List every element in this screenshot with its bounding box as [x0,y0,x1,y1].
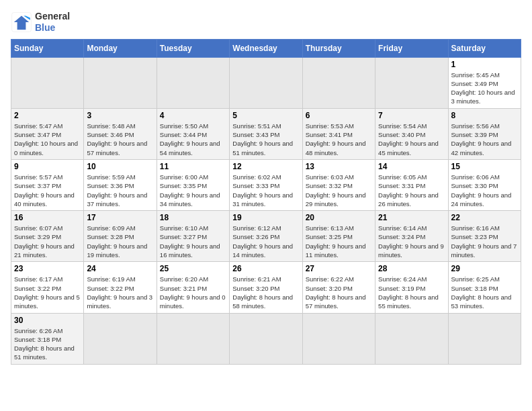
calendar-cell: 3Sunrise: 5:48 AM Sunset: 3:46 PM Daylig… [84,108,157,159]
day-info: Sunrise: 5:56 AM Sunset: 3:39 PM Dayligh… [451,122,518,157]
day-info: Sunrise: 6:12 AM Sunset: 3:26 PM Dayligh… [232,224,299,259]
day-info: Sunrise: 6:17 AM Sunset: 3:22 PM Dayligh… [14,275,81,310]
calendar-cell: 24Sunrise: 6:19 AM Sunset: 3:22 PM Dayli… [84,262,157,313]
day-info: Sunrise: 6:26 AM Sunset: 3:18 PM Dayligh… [14,326,81,362]
day-number: 23 [14,264,81,273]
calendar-cell: 21Sunrise: 6:14 AM Sunset: 3:24 PM Dayli… [375,211,448,262]
calendar-cell: 5Sunrise: 5:51 AM Sunset: 3:43 PM Daylig… [230,108,302,159]
day-info: Sunrise: 5:45 AM Sunset: 3:49 PM Dayligh… [451,71,518,106]
day-number: 9 [14,162,81,171]
calendar-cell [448,313,521,364]
day-info: Sunrise: 5:47 AM Sunset: 3:47 PM Dayligh… [14,122,81,157]
day-info: Sunrise: 5:51 AM Sunset: 3:43 PM Dayligh… [232,122,299,157]
day-number: 27 [306,264,372,273]
calendar-week-row: 2Sunrise: 5:47 AM Sunset: 3:47 PM Daylig… [11,108,521,159]
calendar-cell [157,313,229,364]
day-number: 29 [451,264,518,273]
calendar-cell [302,313,375,364]
weekday-header-sunday: Sunday [11,39,84,57]
logo-text: General Blue [35,11,70,34]
day-number: 1 [451,60,518,69]
day-info: Sunrise: 6:19 AM Sunset: 3:22 PM Dayligh… [87,275,153,310]
day-info: Sunrise: 5:59 AM Sunset: 3:36 PM Dayligh… [87,173,153,208]
day-number: 5 [232,111,299,120]
day-info: Sunrise: 6:02 AM Sunset: 3:33 PM Dayligh… [232,173,299,208]
calendar-cell [375,57,448,108]
calendar-cell: 17Sunrise: 6:09 AM Sunset: 3:28 PM Dayli… [84,211,157,262]
calendar-cell: 10Sunrise: 5:59 AM Sunset: 3:36 PM Dayli… [84,159,157,210]
calendar-cell: 22Sunrise: 6:16 AM Sunset: 3:23 PM Dayli… [448,211,521,262]
weekday-header-friday: Friday [375,39,448,57]
calendar-week-row: 1Sunrise: 5:45 AM Sunset: 3:49 PM Daylig… [11,57,521,108]
weekday-header-saturday: Saturday [448,39,521,57]
day-number: 20 [306,213,372,222]
calendar-cell: 29Sunrise: 6:25 AM Sunset: 3:18 PM Dayli… [448,262,521,313]
weekday-header-tuesday: Tuesday [157,39,229,57]
day-info: Sunrise: 6:13 AM Sunset: 3:25 PM Dayligh… [306,224,372,259]
day-number: 19 [232,213,299,222]
logo: General Blue [11,11,70,34]
day-info: Sunrise: 5:57 AM Sunset: 3:37 PM Dayligh… [14,173,81,208]
weekday-header-monday: Monday [84,39,157,57]
calendar-cell [302,57,375,108]
day-number: 8 [451,111,518,120]
day-info: Sunrise: 6:25 AM Sunset: 3:18 PM Dayligh… [451,275,518,310]
calendar-cell: 18Sunrise: 6:10 AM Sunset: 3:27 PM Dayli… [157,211,229,262]
day-info: Sunrise: 6:22 AM Sunset: 3:20 PM Dayligh… [306,275,372,310]
calendar-week-row: 30Sunrise: 6:26 AM Sunset: 3:18 PM Dayli… [11,313,521,364]
day-info: Sunrise: 5:53 AM Sunset: 3:41 PM Dayligh… [306,122,372,157]
day-info: Sunrise: 6:20 AM Sunset: 3:21 PM Dayligh… [160,275,226,310]
day-info: Sunrise: 5:54 AM Sunset: 3:40 PM Dayligh… [378,122,445,157]
calendar-week-row: 16Sunrise: 6:07 AM Sunset: 3:29 PM Dayli… [11,211,521,262]
weekday-header-thursday: Thursday [302,39,375,57]
calendar-cell [157,57,229,108]
day-number: 3 [87,111,153,120]
calendar-table: SundayMondayTuesdayWednesdayThursdayFrid… [11,39,521,365]
calendar-cell: 23Sunrise: 6:17 AM Sunset: 3:22 PM Dayli… [11,262,84,313]
calendar-cell: 2Sunrise: 5:47 AM Sunset: 3:47 PM Daylig… [11,108,84,159]
day-number: 30 [14,316,81,325]
calendar-cell: 28Sunrise: 6:24 AM Sunset: 3:19 PM Dayli… [375,262,448,313]
calendar-cell: 7Sunrise: 5:54 AM Sunset: 3:40 PM Daylig… [375,108,448,159]
day-info: Sunrise: 6:16 AM Sunset: 3:23 PM Dayligh… [451,224,518,259]
calendar-cell: 6Sunrise: 5:53 AM Sunset: 3:41 PM Daylig… [302,108,375,159]
calendar-cell: 27Sunrise: 6:22 AM Sunset: 3:20 PM Dayli… [302,262,375,313]
calendar-cell: 4Sunrise: 5:50 AM Sunset: 3:44 PM Daylig… [157,108,229,159]
day-info: Sunrise: 5:50 AM Sunset: 3:44 PM Dayligh… [160,122,226,157]
header: General Blue [11,11,521,34]
day-number: 4 [160,111,226,120]
day-number: 15 [451,162,518,171]
calendar-cell [84,313,157,364]
day-number: 14 [378,162,445,171]
calendar-cell [230,57,302,108]
calendar-cell [375,313,448,364]
day-info: Sunrise: 6:21 AM Sunset: 3:20 PM Dayligh… [232,275,299,310]
day-number: 13 [306,162,372,171]
calendar-cell: 9Sunrise: 5:57 AM Sunset: 3:37 PM Daylig… [11,159,84,210]
day-info: Sunrise: 6:05 AM Sunset: 3:31 PM Dayligh… [378,173,445,208]
calendar-cell: 15Sunrise: 6:06 AM Sunset: 3:30 PM Dayli… [448,159,521,210]
day-number: 25 [160,264,226,273]
day-info: Sunrise: 6:03 AM Sunset: 3:32 PM Dayligh… [306,173,372,208]
day-info: Sunrise: 6:14 AM Sunset: 3:24 PM Dayligh… [378,224,445,259]
calendar-cell: 14Sunrise: 6:05 AM Sunset: 3:31 PM Dayli… [375,159,448,210]
calendar-week-row: 23Sunrise: 6:17 AM Sunset: 3:22 PM Dayli… [11,262,521,313]
calendar-cell [11,57,84,108]
day-number: 16 [14,213,81,222]
calendar-cell: 16Sunrise: 6:07 AM Sunset: 3:29 PM Dayli… [11,211,84,262]
calendar-cell: 8Sunrise: 5:56 AM Sunset: 3:39 PM Daylig… [448,108,521,159]
day-number: 28 [378,264,445,273]
day-info: Sunrise: 6:00 AM Sunset: 3:35 PM Dayligh… [160,173,226,208]
calendar-cell: 13Sunrise: 6:03 AM Sunset: 3:32 PM Dayli… [302,159,375,210]
day-number: 21 [378,213,445,222]
calendar-cell: 30Sunrise: 6:26 AM Sunset: 3:18 PM Dayli… [11,313,84,364]
day-info: Sunrise: 6:06 AM Sunset: 3:30 PM Dayligh… [451,173,518,208]
calendar-header-row: SundayMondayTuesdayWednesdayThursdayFrid… [11,39,521,57]
day-number: 26 [232,264,299,273]
calendar-cell: 11Sunrise: 6:00 AM Sunset: 3:35 PM Dayli… [157,159,229,210]
calendar-cell: 20Sunrise: 6:13 AM Sunset: 3:25 PM Dayli… [302,211,375,262]
calendar-cell: 1Sunrise: 5:45 AM Sunset: 3:49 PM Daylig… [448,57,521,108]
day-number: 2 [14,111,81,120]
calendar-cell: 19Sunrise: 6:12 AM Sunset: 3:26 PM Dayli… [230,211,302,262]
day-number: 17 [87,213,153,222]
